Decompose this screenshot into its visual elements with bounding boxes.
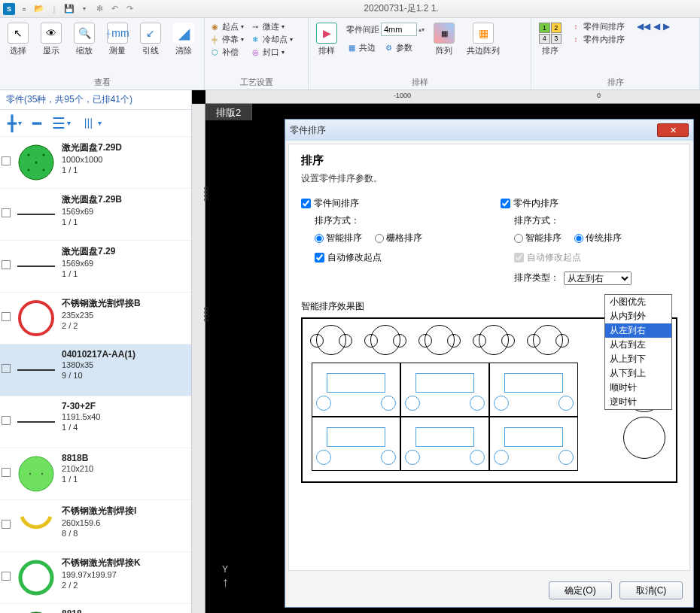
ok-button[interactable]: 确定(O) — [549, 581, 612, 599]
dropdown-option[interactable]: 从内到外 — [605, 309, 671, 323]
svg-point-2 — [43, 154, 45, 156]
part-checkbox[interactable] — [2, 416, 11, 425]
part-item[interactable]: 不锈钢激光割焊接I260x159.68 / 8 — [0, 500, 191, 552]
part-item[interactable]: 8818190x1901 / 1 — [0, 604, 191, 613]
part-count: 1 / 4 — [62, 422, 188, 432]
sort-type-dropdown[interactable]: 小图优先从内到外从左到右从右到左从上到下从下到上顺时针逆时针 — [604, 294, 672, 410]
first-icon[interactable]: ◀◀ — [637, 21, 650, 32]
part-item[interactable]: 激光圆盘7.291569x691 / 1 — [0, 241, 191, 293]
part-checkbox[interactable] — [2, 208, 11, 217]
part-name: 8818 — [62, 608, 188, 613]
undo-icon[interactable]: ↶ — [108, 3, 120, 15]
zoom-button[interactable]: 🔍缩放 — [71, 21, 98, 58]
part-checkbox[interactable] — [2, 312, 11, 321]
open-icon[interactable]: 📂 — [33, 3, 45, 15]
part-item[interactable]: 不锈钢激光割焊接K199.97x199.972 / 2 — [0, 552, 191, 604]
part-count: 2 / 2 — [62, 580, 188, 590]
sort-between-button[interactable]: ↕零件间排序 — [571, 21, 625, 32]
part-item[interactable]: 不锈钢激光割焊接B235x2352 / 2 — [0, 293, 191, 344]
part-checkbox[interactable] — [2, 572, 11, 581]
cancel-button[interactable]: 取消(C) — [619, 581, 683, 599]
dialog-footer: 确定(O) 取消(C) — [285, 574, 693, 607]
gap-field[interactable] — [381, 23, 417, 36]
dropdown-option[interactable]: 从下到上 — [605, 366, 671, 381]
dropdown-option[interactable]: 从上到下 — [605, 352, 671, 366]
part-name: 激光圆盘7.29 — [62, 245, 188, 258]
measure-button[interactable]: ⟊mm测量 — [104, 21, 131, 58]
part-count: 8 / 8 — [62, 528, 188, 539]
between-sort-checkbox[interactable]: 零件间排序 — [301, 197, 478, 210]
close-button[interactable]: ✕ — [657, 123, 689, 137]
pattern-button[interactable]: ▶排样 — [313, 21, 340, 58]
ruler-vertical: 3000 2000 — [192, 104, 205, 613]
dropdown-option[interactable]: 小图优先 — [605, 295, 671, 309]
dialog-title: 零件排序 — [290, 124, 326, 137]
part-checkbox[interactable] — [2, 468, 11, 477]
grid-sort-radio[interactable]: 栅格排序 — [375, 232, 422, 244]
dropdown-option[interactable]: 从左到右 — [605, 323, 671, 338]
dialog-titlebar[interactable]: 零件排序 ✕ — [285, 120, 693, 141]
pause-button[interactable]: ╪停靠 ▾ — [209, 34, 244, 45]
add-button[interactable]: ╋▾ — [8, 114, 22, 132]
part-item[interactable]: 8818B210x2101 / 1 — [0, 448, 191, 500]
auto-start-checkbox[interactable]: 自动修改起点 — [315, 251, 478, 264]
startpoint-button[interactable]: ◉起点 ▾ — [209, 21, 244, 32]
array-button[interactable]: ▦阵列 — [431, 21, 458, 58]
sidebar-header: 零件(35种，共95个，已排41个) — [0, 90, 191, 110]
clear-button[interactable]: ◢清除 — [170, 21, 197, 58]
share-array-button[interactable]: ▦共边阵列 — [464, 21, 503, 58]
remove-button[interactable]: ━ — [32, 114, 41, 132]
dropdown-option[interactable]: 顺时针 — [605, 381, 671, 395]
list-view-button[interactable]: ☰▾ — [52, 114, 71, 132]
sort-within-button[interactable]: ↕零件内排序 — [571, 34, 625, 45]
sort-view-button[interactable]: ⫼▾ — [81, 114, 102, 132]
part-checkbox[interactable] — [2, 260, 11, 269]
part-checkbox[interactable] — [2, 156, 11, 165]
within-smart-radio[interactable]: 智能排序 — [514, 232, 562, 244]
ribbon-group-view: ↖选择 👁显示 🔍缩放 ⟊mm测量 ↙引线 ◢清除 查看 — [0, 18, 205, 90]
share-edge-button[interactable]: ▦共边 — [346, 42, 376, 53]
part-gap-input[interactable]: 零件间距 ▴▾ — [346, 23, 425, 36]
save-icon[interactable]: 💾 — [63, 3, 75, 15]
part-item[interactable]: 激光圆盘7.29B1569x691 / 1 — [0, 189, 191, 241]
canvas-tab[interactable]: 排版2 — [205, 104, 252, 120]
display-button[interactable]: 👁显示 — [38, 21, 65, 58]
param-button[interactable]: ⚙参数 — [383, 42, 412, 53]
dropdown-icon[interactable]: ▾ — [78, 3, 90, 15]
within-trad-radio[interactable]: 传统排序 — [574, 232, 622, 244]
part-name: 8818B — [62, 453, 188, 463]
coolpoint-button[interactable]: ❄冷却点 ▾ — [250, 34, 293, 45]
part-name: 激光圆盘7.29D — [62, 141, 188, 154]
dropdown-option[interactable]: 逆时针 — [605, 395, 671, 409]
part-size: 1569x69 — [62, 206, 188, 217]
part-checkbox[interactable] — [2, 364, 11, 373]
quick-access-toolbar: S ▫ 📂 | 💾 ▾ ✼ ↶ ↷ — [3, 3, 135, 15]
compensate-button[interactable]: ⬡补偿 — [209, 47, 244, 58]
sidebar-toolbar: ╋▾ ━ ☰▾ ⫼▾ — [0, 110, 191, 137]
parts-list[interactable]: 激光圆盘7.29D1000x10001 / 1激光圆盘7.29B1569x691… — [0, 137, 191, 613]
seal-button[interactable]: ◎封口 ▾ — [250, 47, 293, 58]
select-button[interactable]: ↖选择 — [5, 21, 32, 58]
part-name: 激光圆盘7.29B — [62, 193, 188, 206]
sort-button[interactable]: 1243 排序 — [536, 21, 565, 58]
sort-type-select[interactable]: 从左到右 — [564, 272, 632, 285]
part-checkbox[interactable] — [2, 520, 11, 529]
part-item[interactable]: 04010217A-AA(1)1380x359 / 10 — [0, 344, 191, 396]
gear-icon[interactable]: ✼ — [93, 3, 105, 15]
part-count: 1 / 1 — [62, 165, 188, 175]
dropdown-option[interactable]: 从右到左 — [605, 338, 671, 352]
svg-point-3 — [35, 162, 38, 164]
part-count: 1 / 1 — [62, 269, 188, 279]
microjoint-button[interactable]: ⊸微连 ▾ — [250, 21, 293, 32]
redo-icon[interactable]: ↷ — [123, 3, 135, 15]
smart-sort-radio[interactable]: 智能排序 — [315, 232, 362, 244]
part-item[interactable]: 激光圆盘7.29D1000x10001 / 1 — [0, 137, 191, 189]
new-icon[interactable]: ▫ — [18, 3, 30, 15]
within-sort-checkbox[interactable]: 零件内排序 — [501, 197, 677, 210]
next-icon[interactable]: ▶ — [663, 21, 670, 32]
part-item[interactable]: 7-30+2F1191.5x401 / 4 — [0, 396, 191, 448]
part-size: 210x210 — [62, 463, 188, 474]
ribbon-group-nest: ▶排样 零件间距 ▴▾ ▦共边 ⚙参数 ▦阵列 ▦共边阵列 排样 — [309, 18, 531, 90]
prev-icon[interactable]: ◀ — [653, 21, 660, 32]
leader-button[interactable]: ↙引线 — [137, 21, 164, 58]
